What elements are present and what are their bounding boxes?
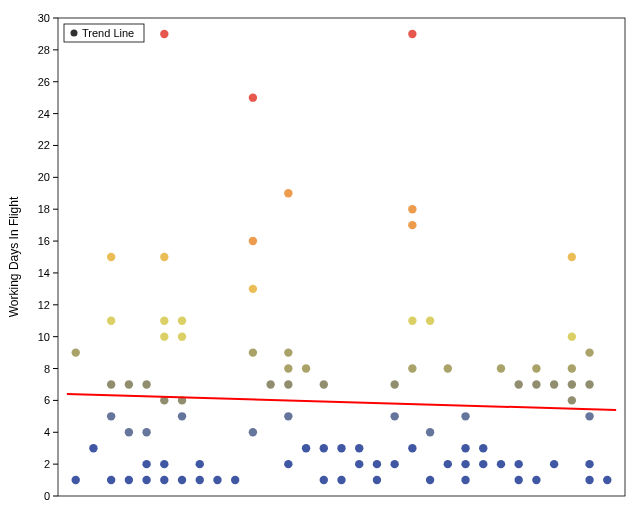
data-point	[603, 476, 611, 484]
data-point	[178, 476, 186, 484]
legend-label: Trend Line	[82, 27, 134, 39]
data-point	[142, 460, 150, 468]
data-point	[249, 348, 257, 356]
data-point	[89, 444, 97, 452]
data-point	[568, 396, 576, 404]
data-point	[160, 476, 168, 484]
data-point	[479, 444, 487, 452]
data-point	[249, 93, 257, 101]
data-point	[160, 460, 168, 468]
data-point	[568, 253, 576, 261]
data-point	[497, 364, 505, 372]
data-point	[568, 364, 576, 372]
data-point	[107, 253, 115, 261]
data-point	[320, 476, 328, 484]
data-point	[461, 476, 469, 484]
y-tick-label: 4	[44, 426, 50, 438]
data-point	[497, 460, 505, 468]
y-tick-label: 26	[38, 76, 50, 88]
data-point	[532, 476, 540, 484]
y-tick-label: 8	[44, 363, 50, 375]
data-point	[426, 428, 434, 436]
data-point	[461, 460, 469, 468]
data-point	[72, 348, 80, 356]
data-point	[284, 348, 292, 356]
data-point	[585, 476, 593, 484]
data-point	[178, 412, 186, 420]
y-tick-label: 22	[38, 139, 50, 151]
data-point	[355, 460, 363, 468]
data-point	[266, 380, 274, 388]
data-point	[585, 380, 593, 388]
data-point	[284, 380, 292, 388]
data-point	[107, 380, 115, 388]
data-point	[461, 412, 469, 420]
data-point	[160, 30, 168, 38]
data-point	[514, 380, 522, 388]
data-point	[585, 348, 593, 356]
data-point	[231, 476, 239, 484]
y-tick-label: 30	[38, 12, 50, 24]
y-tick-label: 20	[38, 171, 50, 183]
data-point	[337, 476, 345, 484]
data-point	[160, 332, 168, 340]
data-point	[373, 460, 381, 468]
data-point	[390, 412, 398, 420]
data-point	[461, 444, 469, 452]
data-point	[408, 205, 416, 213]
scatter-chart: 024681012141618202224262830Working Days …	[0, 0, 643, 518]
data-point	[196, 476, 204, 484]
data-point	[196, 460, 204, 468]
data-point	[107, 412, 115, 420]
data-point	[390, 460, 398, 468]
y-axis-title: Working Days In Flight	[7, 196, 21, 317]
data-point	[178, 332, 186, 340]
data-point	[532, 380, 540, 388]
data-point	[408, 221, 416, 229]
y-tick-label: 16	[38, 235, 50, 247]
data-point	[284, 364, 292, 372]
data-point	[125, 380, 133, 388]
data-point	[284, 412, 292, 420]
data-point	[585, 460, 593, 468]
y-tick-label: 28	[38, 44, 50, 56]
y-tick-label: 24	[38, 108, 50, 120]
data-point	[426, 317, 434, 325]
data-point	[426, 476, 434, 484]
data-point	[249, 285, 257, 293]
data-point	[249, 428, 257, 436]
y-tick-label: 14	[38, 267, 50, 279]
y-tick-label: 18	[38, 203, 50, 215]
data-point	[585, 412, 593, 420]
data-point	[125, 428, 133, 436]
data-point	[373, 476, 381, 484]
data-point	[302, 364, 310, 372]
data-point	[444, 364, 452, 372]
data-point	[178, 317, 186, 325]
data-point	[568, 380, 576, 388]
y-tick-label: 0	[44, 490, 50, 502]
data-point	[213, 476, 221, 484]
data-point	[160, 317, 168, 325]
data-point	[107, 317, 115, 325]
trend-line	[67, 394, 616, 410]
data-point	[568, 332, 576, 340]
data-point	[514, 460, 522, 468]
data-point	[107, 476, 115, 484]
data-point	[514, 476, 522, 484]
data-point	[355, 444, 363, 452]
data-point	[125, 476, 133, 484]
data-point	[408, 444, 416, 452]
data-point	[72, 476, 80, 484]
plot-frame	[58, 18, 625, 496]
y-tick-label: 6	[44, 394, 50, 406]
data-point	[479, 460, 487, 468]
legend-marker	[71, 30, 78, 37]
data-point	[320, 380, 328, 388]
data-point	[160, 253, 168, 261]
chart-svg: 024681012141618202224262830Working Days …	[0, 0, 643, 518]
y-tick-label: 10	[38, 331, 50, 343]
data-point	[408, 317, 416, 325]
y-tick-label: 12	[38, 299, 50, 311]
y-tick-label: 2	[44, 458, 50, 470]
